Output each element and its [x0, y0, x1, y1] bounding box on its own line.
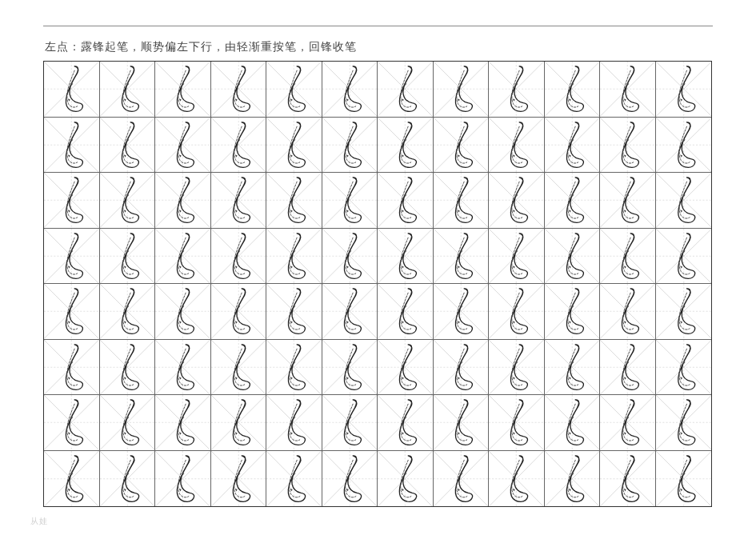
svg-line-341 [100, 451, 155, 507]
mizige-guides [656, 118, 712, 173]
left-dot-glyph [322, 118, 378, 173]
svg-line-301 [211, 395, 266, 450]
svg-line-48 [44, 118, 99, 173]
left-dot-glyph [434, 229, 489, 284]
practice-cell [489, 340, 545, 396]
left-dot-glyph [100, 62, 155, 117]
svg-line-320 [489, 395, 544, 450]
left-dot-glyph [378, 340, 433, 395]
practice-cell [600, 229, 656, 285]
practice-cell [322, 451, 378, 507]
left-dot-glyph [100, 118, 155, 173]
left-dot-glyph [211, 340, 266, 395]
svg-line-156 [211, 229, 266, 284]
svg-line-189 [656, 229, 712, 284]
svg-line-41 [600, 62, 655, 117]
left-dot-glyph [322, 284, 378, 339]
left-dot-glyph [211, 173, 266, 228]
svg-line-356 [322, 451, 378, 507]
left-dot-glyph [155, 395, 210, 450]
svg-line-220 [434, 284, 489, 339]
practice-cell [600, 173, 656, 229]
left-dot-glyph [600, 451, 655, 507]
mizige-guides [434, 62, 489, 117]
svg-line-333 [656, 395, 712, 450]
left-dot-glyph [656, 118, 712, 173]
left-dot-glyph [211, 284, 266, 339]
left-dot-glyph [545, 340, 600, 395]
mizige-guides [211, 173, 266, 228]
mizige-guides [489, 229, 544, 284]
mizige-guides [489, 284, 544, 339]
left-dot-glyph [434, 173, 489, 228]
svg-line-69 [322, 118, 378, 173]
svg-line-272 [489, 340, 544, 395]
practice-cell [378, 229, 434, 285]
mizige-guides [434, 451, 489, 507]
practice-cell [322, 284, 378, 340]
svg-line-37 [545, 62, 600, 117]
svg-line-108 [211, 173, 266, 228]
svg-line-181 [545, 229, 600, 284]
svg-line-240 [44, 340, 99, 395]
svg-line-208 [266, 284, 322, 339]
practice-cell [322, 395, 378, 451]
svg-line-364 [434, 451, 489, 507]
svg-line-13 [211, 62, 266, 117]
practice-cell [656, 395, 712, 451]
practice-cell [600, 62, 656, 118]
svg-line-56 [155, 118, 210, 173]
svg-line-73 [378, 118, 433, 173]
svg-line-160 [266, 229, 322, 284]
svg-line-92 [656, 118, 712, 173]
left-dot-glyph [44, 118, 99, 173]
svg-line-308 [322, 395, 378, 450]
mizige-guides [100, 395, 155, 450]
mizige-guides [378, 451, 433, 507]
svg-line-29 [434, 62, 489, 117]
left-dot-glyph [378, 284, 433, 339]
svg-line-376 [600, 451, 655, 507]
practice-cell [322, 173, 378, 229]
svg-line-149 [100, 229, 155, 284]
left-dot-glyph [322, 229, 378, 284]
practice-cell [489, 451, 545, 507]
svg-line-76 [434, 118, 489, 173]
svg-line-125 [434, 173, 489, 228]
practice-cell [100, 340, 156, 396]
practice-cell [656, 284, 712, 340]
mizige-guides [211, 229, 266, 284]
mizige-guides [155, 340, 210, 395]
mizige-guides [378, 173, 433, 228]
left-dot-glyph [266, 284, 322, 339]
mizige-guides [211, 340, 266, 395]
svg-line-173 [434, 229, 489, 284]
left-dot-glyph [545, 229, 600, 284]
practice-cell [44, 173, 100, 229]
svg-line-129 [489, 173, 544, 228]
svg-line-237 [656, 284, 712, 339]
practice-cell [155, 451, 211, 507]
mizige-guides [266, 118, 322, 173]
practice-cell [266, 173, 322, 229]
practice-cell [600, 340, 656, 396]
mizige-guides [545, 340, 600, 395]
svg-line-292 [100, 395, 155, 450]
svg-line-221 [434, 284, 489, 339]
svg-line-205 [211, 284, 266, 339]
left-dot-glyph [378, 451, 433, 507]
left-dot-glyph [378, 173, 433, 228]
mizige-guides [44, 173, 99, 228]
practice-cell [434, 118, 490, 174]
svg-line-121 [378, 173, 433, 228]
practice-cell [211, 118, 267, 174]
svg-line-368 [489, 451, 544, 507]
svg-line-253 [211, 340, 266, 395]
svg-line-313 [378, 395, 433, 450]
svg-line-225 [489, 284, 544, 339]
svg-line-145 [44, 229, 99, 284]
svg-line-144 [44, 229, 99, 284]
svg-line-12 [211, 62, 266, 117]
practice-cell [489, 284, 545, 340]
practice-cell [322, 340, 378, 396]
